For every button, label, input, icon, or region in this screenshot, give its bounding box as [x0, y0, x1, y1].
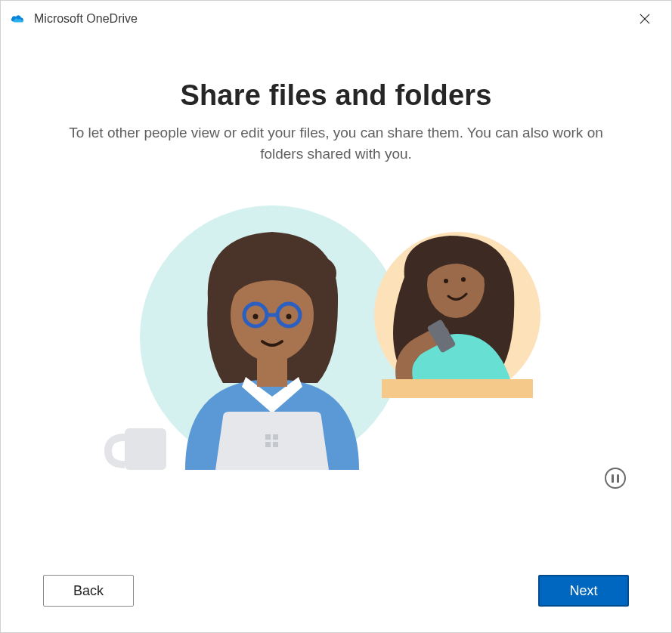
svg-rect-21	[273, 442, 278, 447]
wizard-content: Share files and folders To let other peo…	[1, 37, 671, 632]
onedrive-icon	[10, 11, 26, 27]
app-title: Microsoft OneDrive	[34, 12, 138, 26]
svg-rect-9	[125, 428, 166, 470]
svg-point-17	[286, 314, 291, 320]
illustration	[102, 202, 571, 489]
close-button[interactable]	[627, 2, 662, 36]
svg-point-5	[444, 279, 448, 283]
svg-rect-20	[265, 442, 271, 447]
svg-point-12	[303, 257, 336, 290]
pause-animation-button[interactable]	[605, 468, 626, 489]
svg-rect-19	[273, 434, 278, 440]
page-heading: Share files and folders	[180, 79, 491, 112]
title-bar: Microsoft OneDrive	[1, 1, 671, 37]
svg-rect-8	[382, 379, 533, 398]
wizard-footer: Back Next	[1, 575, 671, 607]
page-subtitle: To let other people view or edit your fi…	[49, 122, 624, 164]
svg-point-6	[461, 277, 466, 282]
close-icon	[639, 14, 650, 24]
pause-icon	[612, 474, 614, 483]
next-button[interactable]: Next	[538, 575, 629, 607]
back-button[interactable]: Back	[43, 575, 134, 607]
svg-point-16	[252, 314, 258, 320]
svg-rect-18	[265, 434, 271, 440]
